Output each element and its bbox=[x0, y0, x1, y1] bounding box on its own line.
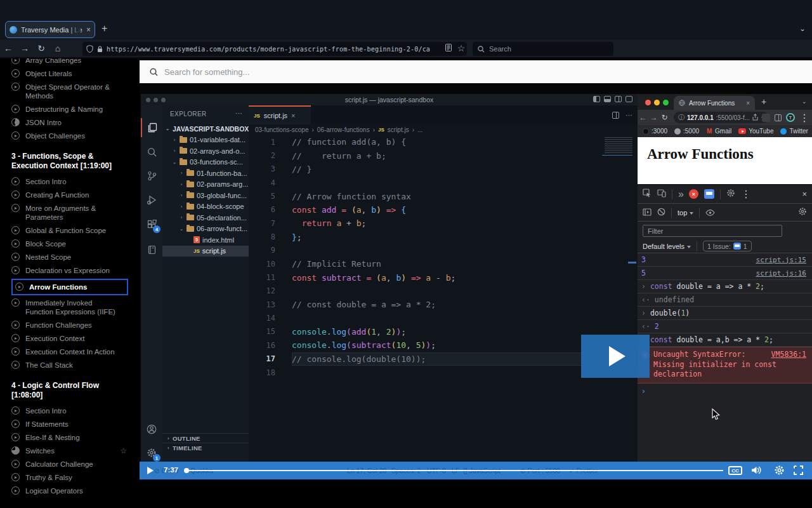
console-input-row[interactable]: ›double(1) bbox=[638, 307, 812, 320]
side-panel-icon[interactable] bbox=[775, 114, 782, 121]
tree-item-05-declaration[interactable]: ›05-declaration... bbox=[162, 212, 249, 224]
console-prompt[interactable]: › bbox=[638, 384, 812, 399]
more-tabs-icon[interactable]: » bbox=[678, 189, 683, 200]
kebab-menu-icon[interactable]: ⋮ bbox=[741, 188, 751, 200]
code-line-7[interactable]: 7 return a + b; bbox=[249, 217, 638, 230]
video-play-button[interactable] bbox=[581, 335, 650, 378]
code-line-2[interactable]: 2// return a + b; bbox=[249, 149, 638, 162]
tree-item-index-html[interactable]: 5index.html bbox=[162, 234, 249, 246]
share-icon[interactable] bbox=[752, 114, 758, 122]
sidebar-item-execution-context[interactable]: Execution Context bbox=[11, 332, 140, 345]
code-line-4[interactable]: 4 bbox=[249, 176, 638, 189]
breadcrumb-segment[interactable]: ... bbox=[417, 126, 422, 133]
console-output[interactable]: 3script.js:155script.js:16›const double … bbox=[638, 253, 812, 399]
sidebar-item-nested-scope[interactable]: Nested Scope bbox=[11, 251, 140, 264]
code-line-3[interactable]: 3// } bbox=[249, 163, 638, 176]
video-player[interactable]: script.js — javascript-sandbox bbox=[140, 83, 812, 462]
live-expression-eye-icon[interactable] bbox=[705, 207, 715, 218]
sidebar-item-object-spread-operator-methods[interactable]: Object Spread Operator & Methods bbox=[11, 81, 140, 103]
close-tab-icon[interactable]: × bbox=[291, 112, 295, 119]
close-devtools-icon[interactable]: × bbox=[802, 189, 807, 199]
console-result-row[interactable]: ‹·undefined bbox=[638, 293, 812, 307]
course-search-bar[interactable]: Search for something... bbox=[140, 60, 812, 83]
volume-icon[interactable] bbox=[751, 465, 763, 478]
sidebar-item-more-on-arguments-parameters[interactable]: More on Arguments & Parameters bbox=[11, 202, 140, 224]
play-button[interactable] bbox=[147, 467, 154, 474]
fullscreen-icon[interactable] bbox=[794, 465, 803, 475]
outline-panel[interactable]: › OUTLINE bbox=[162, 433, 249, 443]
account-icon[interactable] bbox=[141, 420, 162, 439]
code-line-12[interactable]: 12 bbox=[249, 284, 638, 298]
sidebar-item-global-function-scope[interactable]: Global & Function Scope bbox=[11, 224, 140, 237]
sidebar-item-else-if-nesting[interactable]: Else-If & Nesting bbox=[11, 431, 140, 444]
device-toolbar-icon[interactable] bbox=[657, 189, 666, 200]
code-line-16[interactable]: 16console.log(subtract(10, 5)); bbox=[249, 338, 638, 352]
console-sidebar-icon[interactable] bbox=[643, 207, 652, 218]
bookmark-youtube[interactable]: YouTube bbox=[738, 128, 773, 135]
source-link[interactable]: script.js:15 bbox=[756, 256, 806, 264]
progress-track[interactable] bbox=[186, 470, 723, 471]
reload-button[interactable]: ↻ bbox=[33, 43, 49, 53]
chrome-tab[interactable]: Arrow Functions × bbox=[674, 96, 755, 110]
bookmark-5000[interactable]: :5000 bbox=[674, 128, 699, 135]
console-log-row[interactable]: 3script.js:15 bbox=[638, 253, 812, 267]
minimize-window-icon[interactable] bbox=[654, 100, 660, 105]
breadcrumb-segment[interactable]: 03-functions-scope bbox=[255, 126, 309, 133]
tree-item-02-params-arg[interactable]: ›02-params-arg... bbox=[162, 179, 249, 190]
extension-icon[interactable] bbox=[762, 114, 770, 122]
sidebar-item-switches[interactable]: Switches☆ bbox=[11, 444, 140, 458]
sidebar-item-if-statements[interactable]: If Statements bbox=[11, 418, 140, 431]
code-line-13[interactable]: 13// const double = a => a * 2; bbox=[249, 298, 638, 311]
code-line-9[interactable]: 9 bbox=[249, 244, 638, 257]
sidebar-item-section-intro[interactable]: Section Intro bbox=[11, 404, 140, 418]
video-controls-bar[interactable]: ⊘ 0 ⚠ 0QuokkaLn 17, Col 28Spaces: 2UTF-8… bbox=[140, 462, 812, 479]
console-result-row[interactable]: ‹·2 bbox=[638, 320, 812, 333]
firefox-search-field[interactable]: Search bbox=[473, 42, 613, 56]
all-tabs-chevron-icon[interactable]: ⌄ bbox=[799, 24, 806, 33]
tree-item-script-js[interactable]: JSscript.js bbox=[162, 246, 249, 257]
close-tab-icon[interactable]: × bbox=[746, 100, 750, 107]
forward-button[interactable]: → bbox=[16, 43, 33, 53]
sidebar-item-section-intro[interactable]: Section Intro bbox=[11, 175, 140, 189]
chrome-url-bar[interactable]: ⓘ 127.0.0.1 :5500/03-f... ☆ bbox=[674, 112, 769, 123]
code-line-10[interactable]: 10// Implicit Return bbox=[249, 257, 638, 271]
sidebar-item-calculator-challenge[interactable]: Calculator Challenge bbox=[11, 458, 140, 471]
source-control-icon[interactable] bbox=[141, 166, 162, 185]
code-editor[interactable]: 1// function add(a, b) {2// return a + b… bbox=[249, 135, 638, 379]
bookmark-twitter[interactable]: Twitter bbox=[780, 128, 808, 135]
back-button[interactable]: ← bbox=[0, 43, 16, 53]
forward-button[interactable]: → bbox=[648, 113, 659, 122]
log-levels-dropdown[interactable]: Default levels bbox=[643, 243, 691, 250]
code-line-1[interactable]: 1// function add(a, b) { bbox=[249, 135, 638, 149]
console-filter-input[interactable]: Filter bbox=[643, 225, 782, 237]
new-tab-button[interactable]: + bbox=[102, 23, 107, 34]
code-line-6[interactable]: 6const add = (a, b) => { bbox=[249, 203, 638, 217]
profile-avatar[interactable]: T bbox=[786, 113, 795, 122]
sidebar-item-execution-context-in-action[interactable]: Execution Context In Action bbox=[11, 345, 140, 359]
issues-counter[interactable]: 1 Issue: 1 bbox=[703, 241, 752, 251]
run-debug-icon[interactable] bbox=[141, 190, 162, 210]
console-error-row[interactable]: ×VM5836:1Uncaught SyntaxError: Missing i… bbox=[638, 347, 812, 384]
editor-more-icon[interactable]: ⋯ bbox=[625, 111, 632, 119]
home-button[interactable]: ⌂ bbox=[49, 43, 66, 53]
captions-button[interactable]: CC bbox=[728, 466, 742, 475]
shield-icon[interactable] bbox=[86, 45, 93, 53]
new-tab-button[interactable]: + bbox=[761, 97, 766, 107]
console-input-row[interactable]: ›const double = a => a * 2; bbox=[638, 280, 812, 293]
breadcrumb-segment[interactable]: 06-arrow-functions bbox=[317, 126, 370, 133]
bookmark-3000[interactable]: :3000 bbox=[643, 128, 667, 135]
sidebar-item-json-intro[interactable]: JSON Intro bbox=[11, 116, 140, 130]
star-icon[interactable]: ☆ bbox=[120, 446, 127, 455]
inspect-element-icon[interactable] bbox=[643, 189, 652, 200]
code-line-8[interactable]: 8}; bbox=[249, 230, 638, 243]
editor-tab-scriptjs[interactable]: JS script.js × bbox=[249, 105, 311, 124]
bookmark-star-icon[interactable]: ☆ bbox=[453, 43, 469, 53]
close-tab-icon[interactable]: × bbox=[86, 25, 91, 34]
search-icon[interactable] bbox=[141, 142, 162, 161]
breadcrumb[interactable]: 03-functions-scope›06-arrow-functions›JS… bbox=[255, 124, 422, 135]
split-editor-icon[interactable] bbox=[612, 112, 619, 119]
error-badge-icon[interactable]: × bbox=[689, 189, 698, 199]
timeline-panel[interactable]: › TIMELINE bbox=[162, 443, 249, 452]
customize-layout-icon[interactable] bbox=[625, 96, 632, 102]
extensions-icon[interactable]: 4 bbox=[141, 215, 162, 234]
